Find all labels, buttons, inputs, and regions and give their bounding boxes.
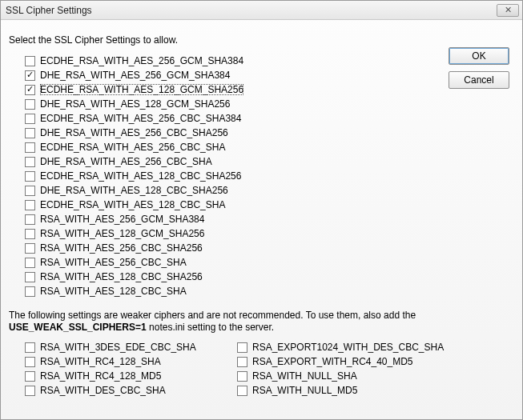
weak-cipher-checkbox[interactable] [237,371,247,382]
cipher-label[interactable]: RSA_WITH_AES_128_CBC_SHA256 [40,271,203,282]
cipher-checkbox[interactable] [25,214,35,225]
weak-note-line2: notes.ini setting to the server. [149,322,274,333]
cipher-row: RSA_WITH_AES_128_CBC_SHA [25,284,425,298]
cipher-label[interactable]: DHE_RSA_WITH_AES_256_CBC_SHA [40,156,212,167]
cipher-row: DHE_RSA_WITH_AES_128_GCM_SHA256 [25,97,425,111]
weak-cipher-checkbox[interactable] [25,386,35,396]
cipher-label[interactable]: DHE_RSA_WITH_AES_128_GCM_SHA256 [40,98,230,110]
weak-cipher-checkbox[interactable] [25,342,35,353]
weak-cipher-row: RSA_WITH_RC4_128_MD5 [25,369,237,383]
cipher-label[interactable]: RSA_WITH_AES_256_CBC_SHA [40,257,187,268]
cipher-checkbox[interactable] [25,258,35,268]
cipher-label[interactable]: RSA_WITH_AES_256_GCM_SHA384 [40,214,204,225]
cipher-row: RSA_WITH_AES_256_CBC_SHA [25,255,425,270]
weak-cipher-checkbox[interactable] [25,357,35,367]
cipher-checkbox[interactable] [25,128,35,138]
cipher-row: DHE_RSA_WITH_AES_256_GCM_SHA384 [25,68,425,82]
weak-cipher-checkbox[interactable] [237,357,247,367]
weak-cipher-row: RSA_WITH_NULL_SHA [237,369,449,383]
cipher-checkbox[interactable] [25,286,35,297]
cipher-row: RSA_WITH_AES_256_GCM_SHA384 [25,212,425,226]
weak-cipher-label[interactable]: RSA_WITH_NULL_SHA [252,370,357,382]
cipher-checkbox[interactable] [25,114,35,124]
cipher-label[interactable]: RSA_WITH_AES_128_CBC_SHA [40,286,187,297]
weak-cipher-label[interactable]: RSA_WITH_RC4_128_MD5 [40,370,161,382]
weak-cipher-label[interactable]: RSA_WITH_RC4_128_SHA [40,356,161,367]
cipher-checkbox[interactable] [25,186,35,196]
weak-note-bold: USE_WEAK_SSL_CIPHERS=1 [9,322,147,333]
cipher-row: DHE_RSA_WITH_AES_256_CBC_SHA [25,154,425,169]
cipher-row: ECDHE_RSA_WITH_AES_256_GCM_SHA384 [25,54,425,68]
button-column: OK Cancel [449,47,509,95]
cipher-list: ECDHE_RSA_WITH_AES_256_GCM_SHA384DHE_RSA… [25,54,425,298]
weak-cipher-row: RSA_EXPORT_WITH_RC4_40_MD5 [237,354,449,369]
cipher-checkbox[interactable] [25,243,35,254]
dialog-window: SSL Cipher Settings ✕ OK Cancel Select t… [0,0,523,420]
weak-cipher-row: RSA_EXPORT1024_WITH_DES_CBC_SHA [237,340,449,354]
cipher-label[interactable]: ECDHE_RSA_WITH_AES_128_CBC_SHA256 [40,170,241,182]
cancel-button-label: Cancel [464,74,493,86]
weak-column-right: RSA_EXPORT1024_WITH_DES_CBC_SHARSA_EXPOR… [237,340,449,398]
close-button[interactable]: ✕ [497,4,519,17]
cipher-label[interactable]: ECDHE_RSA_WITH_AES_256_CBC_SHA384 [40,113,241,124]
weak-cipher-row: RSA_WITH_3DES_EDE_CBC_SHA [25,340,237,354]
cipher-row: ECDHE_RSA_WITH_AES_256_CBC_SHA [25,140,425,154]
weak-cipher-checkbox[interactable] [25,371,35,382]
cipher-label[interactable]: RSA_WITH_AES_128_GCM_SHA256 [40,228,204,239]
ok-button[interactable]: OK [449,47,509,65]
weak-column-left: RSA_WITH_3DES_EDE_CBC_SHARSA_WITH_RC4_12… [25,340,237,398]
cipher-label[interactable]: RSA_WITH_AES_256_CBC_SHA256 [40,242,203,254]
weak-note: The following settings are weaker cipher… [9,310,514,334]
cipher-row: RSA_WITH_AES_128_GCM_SHA256 [25,226,425,241]
weak-cipher-grid: RSA_WITH_3DES_EDE_CBC_SHARSA_WITH_RC4_12… [25,340,514,398]
weak-cipher-label[interactable]: RSA_WITH_3DES_EDE_CBC_SHA [40,342,196,353]
cipher-checkbox[interactable] [25,99,35,110]
cipher-label[interactable]: ECDHE_RSA_WITH_AES_128_GCM_SHA256 [40,84,243,95]
cipher-label[interactable]: DHE_RSA_WITH_AES_256_CBC_SHA256 [40,127,228,138]
weak-cipher-checkbox[interactable] [237,386,247,396]
weak-cipher-row: RSA_WITH_NULL_MD5 [237,383,449,398]
weak-cipher-label[interactable]: RSA_EXPORT1024_WITH_DES_CBC_SHA [252,342,444,353]
cipher-row: ECDHE_RSA_WITH_AES_256_CBC_SHA384 [25,111,425,126]
cipher-label[interactable]: ECDHE_RSA_WITH_AES_256_CBC_SHA [40,142,225,153]
cipher-row: ECDHE_RSA_WITH_AES_128_GCM_SHA256 [25,82,425,97]
weak-cipher-row: RSA_WITH_RC4_128_SHA [25,354,237,369]
cipher-row: RSA_WITH_AES_128_CBC_SHA256 [25,270,425,284]
cipher-checkbox[interactable] [25,56,35,66]
cipher-checkbox[interactable] [25,171,35,182]
titlebar: SSL Cipher Settings ✕ [1,1,522,20]
weak-note-line1: The following settings are weaker cipher… [9,310,416,321]
cipher-checkbox[interactable] [25,272,35,282]
cipher-label[interactable]: DHE_RSA_WITH_AES_256_GCM_SHA384 [40,70,230,81]
prompt-text: Select the SSL Cipher Settings to allow. [9,34,514,46]
window-title: SSL Cipher Settings [6,5,497,16]
cipher-checkbox[interactable] [25,200,35,210]
weak-cipher-label[interactable]: RSA_WITH_DES_CBC_SHA [40,385,166,396]
cipher-checkbox[interactable] [25,157,35,167]
cancel-button[interactable]: Cancel [449,71,509,89]
cipher-checkbox[interactable] [25,142,35,153]
weak-cipher-checkbox[interactable] [237,342,247,353]
weak-cipher-label[interactable]: RSA_EXPORT_WITH_RC4_40_MD5 [252,356,413,367]
weak-cipher-label[interactable]: RSA_WITH_NULL_MD5 [252,385,357,396]
cipher-row: DHE_RSA_WITH_AES_128_CBC_SHA256 [25,183,425,198]
weak-cipher-row: RSA_WITH_DES_CBC_SHA [25,383,237,398]
cipher-row: RSA_WITH_AES_256_CBC_SHA256 [25,241,425,255]
dialog-body: OK Cancel Select the SSL Cipher Settings… [1,20,522,419]
cipher-label[interactable]: ECDHE_RSA_WITH_AES_128_CBC_SHA [40,199,225,210]
ok-button-label: OK [472,50,485,62]
cipher-label[interactable]: DHE_RSA_WITH_AES_128_CBC_SHA256 [40,185,228,196]
cipher-checkbox[interactable] [25,85,35,95]
cipher-label[interactable]: ECDHE_RSA_WITH_AES_256_GCM_SHA384 [40,55,243,66]
cipher-checkbox[interactable] [25,229,35,239]
cipher-row: DHE_RSA_WITH_AES_256_CBC_SHA256 [25,126,425,140]
cipher-row: ECDHE_RSA_WITH_AES_128_CBC_SHA [25,198,425,212]
cipher-row: ECDHE_RSA_WITH_AES_128_CBC_SHA256 [25,169,425,183]
close-icon: ✕ [505,5,512,14]
cipher-checkbox[interactable] [25,70,35,81]
